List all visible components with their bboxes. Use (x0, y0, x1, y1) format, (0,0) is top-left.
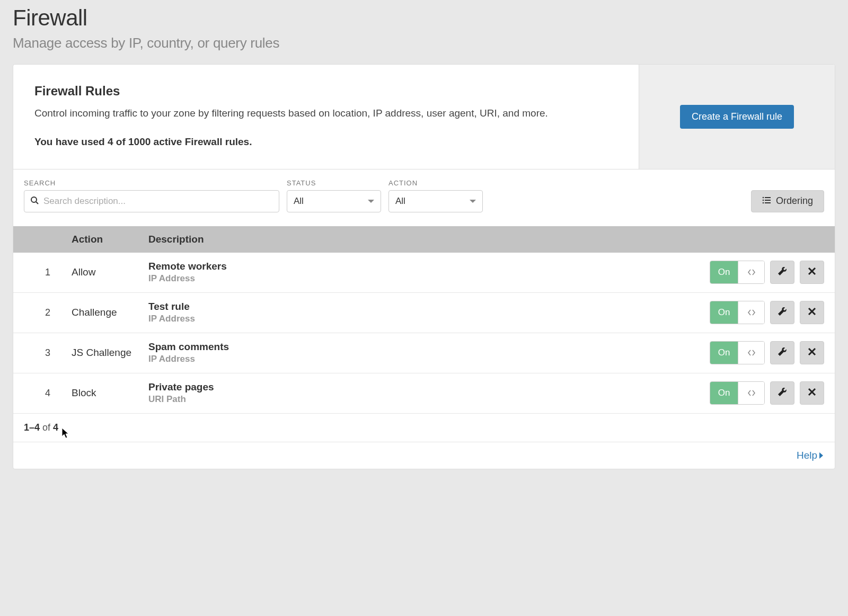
row-desc-sub: IP Address (148, 273, 697, 284)
action-label: ACTION (388, 179, 483, 187)
edit-button[interactable] (770, 381, 794, 405)
svg-rect-5 (765, 200, 771, 201)
wrench-icon (777, 306, 788, 319)
svg-point-6 (763, 202, 764, 204)
help-link-label: Help (797, 450, 817, 461)
status-select-value: All (294, 196, 304, 207)
wrench-icon (777, 387, 788, 399)
edit-button[interactable] (770, 261, 794, 284)
enable-toggle[interactable]: On (710, 261, 765, 284)
search-label: SEARCH (24, 179, 279, 187)
search-filter-group: SEARCH (24, 179, 279, 212)
close-icon (808, 267, 816, 278)
row-index: 4 (24, 388, 72, 399)
close-icon (808, 347, 816, 358)
card-top-right: Create a Firewall rule (639, 65, 835, 169)
row-desc-title: Private pages (148, 381, 697, 393)
filters-bar: SEARCH STATUS All ACTION All (13, 169, 835, 226)
status-filter-group: STATUS All (287, 179, 381, 212)
ordering-button-label: Ordering (776, 195, 813, 207)
toggle-handle-icon (738, 382, 764, 404)
table-row: 4 Block Private pages URI Path On (13, 373, 835, 414)
create-firewall-rule-button[interactable]: Create a Firewall rule (680, 105, 794, 129)
row-description: Spam comments IP Address (148, 341, 697, 364)
help-link[interactable]: Help (797, 450, 823, 461)
row-index: 3 (24, 347, 72, 359)
table-row: 3 JS Challenge Spam comments IP Address … (13, 333, 835, 373)
enable-toggle[interactable]: On (710, 341, 765, 364)
svg-point-4 (763, 200, 764, 201)
table-body: 1 Allow Remote workers IP Address On (13, 253, 835, 414)
row-desc-sub: IP Address (148, 354, 697, 364)
status-select[interactable]: All (287, 190, 381, 212)
firewall-card: Firewall Rules Control incoming traffic … (13, 64, 835, 469)
close-icon (808, 388, 816, 398)
table-header-description: Description (148, 234, 697, 245)
action-filter-group: ACTION All (388, 179, 483, 212)
page-subtitle: Manage access by IP, country, or query r… (13, 35, 835, 51)
svg-rect-3 (765, 197, 771, 198)
row-description: Remote workers IP Address (148, 261, 697, 284)
pagination: 1–4 of 4 (13, 414, 835, 442)
enable-toggle[interactable]: On (710, 381, 765, 405)
row-desc-sub: IP Address (148, 314, 697, 324)
toggle-on-label: On (710, 261, 738, 283)
chevron-down-icon (368, 200, 374, 203)
row-index: 2 (24, 307, 72, 318)
pagination-range: 1–4 (24, 422, 40, 433)
row-action: Block (72, 387, 148, 399)
row-action: JS Challenge (72, 347, 148, 359)
row-action: Allow (72, 266, 148, 278)
toggle-on-label: On (710, 301, 738, 324)
row-desc-title: Spam comments (148, 341, 697, 353)
svg-rect-7 (765, 202, 771, 203)
row-index: 1 (24, 267, 72, 278)
wrench-icon (777, 266, 788, 279)
toggle-handle-icon (738, 261, 764, 283)
delete-button[interactable] (800, 341, 824, 364)
svg-point-2 (763, 197, 764, 199)
search-input[interactable] (24, 190, 279, 212)
delete-button[interactable] (800, 381, 824, 405)
section-description: Control incoming traffic to your zone by… (34, 106, 617, 121)
list-icon (762, 195, 771, 207)
section-title: Firewall Rules (34, 84, 617, 99)
row-description: Private pages URI Path (148, 381, 697, 405)
chevron-down-icon (470, 200, 476, 203)
section-usage: You have used 4 of 1000 active Firewall … (34, 136, 617, 148)
table-header-action: Action (72, 234, 148, 245)
page-header: Firewall Manage access by IP, country, o… (13, 0, 835, 64)
action-select[interactable]: All (388, 190, 483, 212)
card-top-left: Firewall Rules Control incoming traffic … (13, 65, 639, 169)
toggle-handle-icon (738, 301, 764, 324)
delete-button[interactable] (800, 261, 824, 284)
table-row: 2 Challenge Test rule IP Address On (13, 293, 835, 333)
card-top: Firewall Rules Control incoming traffic … (13, 65, 835, 169)
ordering-button[interactable]: Ordering (751, 190, 824, 212)
action-select-value: All (395, 196, 405, 207)
row-description: Test rule IP Address (148, 301, 697, 324)
row-desc-sub: URI Path (148, 394, 697, 405)
table-row: 1 Allow Remote workers IP Address On (13, 253, 835, 293)
toggle-on-label: On (710, 382, 738, 404)
edit-button[interactable] (770, 301, 794, 324)
chevron-right-icon (819, 452, 823, 459)
toggle-handle-icon (738, 342, 764, 364)
edit-button[interactable] (770, 341, 794, 364)
toggle-on-label: On (710, 342, 738, 364)
pagination-of: of (42, 422, 50, 433)
table-header: Action Description (13, 226, 835, 253)
delete-button[interactable] (800, 301, 824, 324)
status-label: STATUS (287, 179, 381, 187)
pagination-total: 4 (53, 422, 58, 433)
wrench-icon (777, 346, 788, 359)
help-row: Help (13, 442, 835, 469)
row-desc-title: Test rule (148, 301, 697, 313)
close-icon (808, 307, 816, 318)
row-desc-title: Remote workers (148, 261, 697, 272)
row-action: Challenge (72, 307, 148, 318)
enable-toggle[interactable]: On (710, 301, 765, 324)
page-title: Firewall (13, 5, 835, 31)
